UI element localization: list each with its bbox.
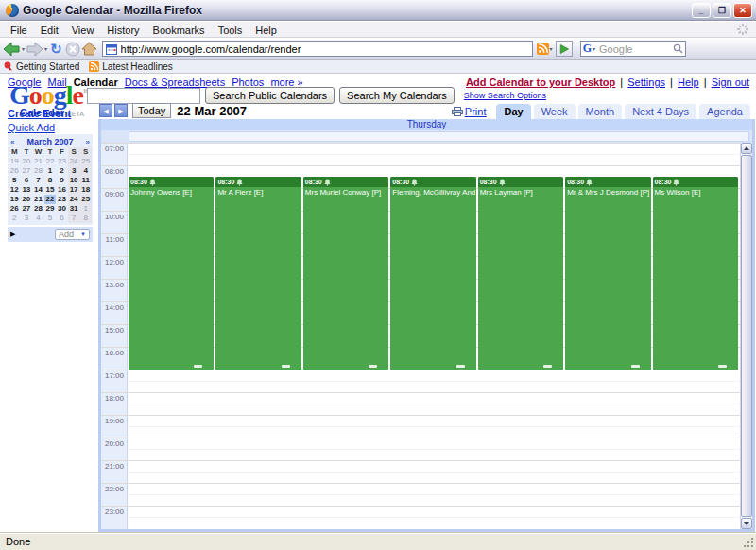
stop-button[interactable] <box>65 42 80 57</box>
mini-cal-day[interactable]: 6 <box>21 176 33 185</box>
event-block[interactable]: 08:30Mr A Fierz [E] <box>215 177 301 370</box>
create-event-link[interactable]: Create Event <box>8 108 71 119</box>
mini-cal-day[interactable]: 27 <box>21 204 33 214</box>
mini-cal-day[interactable]: 12 <box>9 185 21 195</box>
event-resize-handle[interactable] <box>194 365 202 368</box>
mini-cal-day[interactable]: 28 <box>32 166 44 176</box>
event-resize-handle[interactable] <box>282 365 290 368</box>
event-resize-handle[interactable] <box>369 365 377 368</box>
account-link-sign-out[interactable]: Sign out <box>712 77 749 88</box>
mini-cal-day[interactable]: 24 <box>68 157 80 166</box>
scroll-up-icon[interactable] <box>741 143 752 154</box>
quick-add-link[interactable]: Quick Add <box>8 122 55 133</box>
back-button[interactable]: ▾ <box>3 42 25 57</box>
search-public-calendars-button[interactable]: Search Public Calendars <box>205 87 335 104</box>
mini-cal-day[interactable]: 24 <box>68 195 80 204</box>
grid-scrollbar[interactable] <box>740 143 752 529</box>
mini-cal-day[interactable]: 14 <box>32 185 44 195</box>
mini-cal-day[interactable]: 26 <box>9 204 21 214</box>
magnifier-icon[interactable] <box>673 43 683 54</box>
mini-cal-day[interactable]: 16 <box>56 185 68 195</box>
go-button[interactable] <box>556 41 573 57</box>
mini-cal-day[interactable]: 23 <box>56 157 68 166</box>
all-day-row[interactable] <box>101 130 752 143</box>
event-resize-handle[interactable] <box>718 365 727 368</box>
prev-day-button[interactable]: ◀ <box>99 104 112 117</box>
tab-next-4-days[interactable]: Next 4 Days <box>625 104 696 120</box>
mini-cal-day[interactable]: 18 <box>79 185 92 195</box>
print-link[interactable]: Print <box>452 106 487 119</box>
mini-cal-day[interactable]: 8 <box>44 176 57 185</box>
calendar-search-input[interactable] <box>87 88 200 104</box>
mini-cal-day[interactable]: 1 <box>44 166 57 176</box>
mini-cal-day[interactable]: 7 <box>32 176 44 185</box>
mini-cal-day[interactable]: 3 <box>68 166 80 176</box>
mini-cal-day[interactable]: 4 <box>32 214 44 223</box>
mini-cal-day[interactable]: 19 <box>9 157 21 166</box>
add-calendar-button[interactable]: Add ▼ <box>55 229 90 240</box>
mini-cal-day[interactable]: 5 <box>44 214 57 223</box>
mini-cal-day[interactable]: 2 <box>56 166 68 176</box>
mini-cal-day[interactable]: 1 <box>79 204 92 214</box>
event-resize-handle[interactable] <box>456 365 465 368</box>
url-bar[interactable]: http://www.google.com/calendar/render <box>102 41 533 57</box>
mini-cal-day[interactable]: 11 <box>79 176 92 185</box>
minimize-button[interactable]: _ <box>692 3 711 18</box>
menu-tools[interactable]: Tools <box>212 24 249 37</box>
mini-cal-day[interactable]: 31 <box>68 204 80 214</box>
mini-cal-day[interactable]: 8 <box>79 214 92 223</box>
mini-cal-day-selected[interactable]: 22 <box>44 195 57 204</box>
add-dropdown-icon[interactable]: ▼ <box>77 232 86 237</box>
event-resize-handle[interactable] <box>543 365 552 368</box>
mini-cal-day[interactable]: 3 <box>21 214 33 223</box>
bookmark-latest-headlines[interactable]: Latest Headlines <box>89 61 173 72</box>
event-resize-handle[interactable] <box>631 365 640 368</box>
mini-cal-day[interactable]: 21 <box>32 195 44 204</box>
rss-feed-button[interactable]: ▾ <box>537 43 553 55</box>
mini-cal-day[interactable]: 9 <box>56 176 68 185</box>
account-link-help[interactable]: Help <box>678 77 699 88</box>
mini-cal-day[interactable]: 25 <box>79 195 92 204</box>
mini-cal-day[interactable]: 23 <box>56 195 68 204</box>
menu-help[interactable]: Help <box>249 24 284 37</box>
search-my-calendars-button[interactable]: Search My Calendars <box>339 87 455 104</box>
scroll-down-icon[interactable] <box>741 518 752 529</box>
mini-cal-day[interactable]: 20 <box>21 157 33 166</box>
event-block[interactable]: 08:30Mr & Mrs J Desmond [P] <box>565 177 650 370</box>
home-button[interactable] <box>81 42 97 56</box>
mini-cal-day[interactable]: 5 <box>9 176 21 185</box>
mini-cal-day[interactable]: 10 <box>68 176 80 185</box>
mini-cal-day[interactable]: 27 <box>21 166 33 176</box>
mini-cal-day[interactable]: 7 <box>68 214 80 223</box>
mini-cal-day[interactable]: 19 <box>9 195 21 204</box>
event-block[interactable]: 08:30Ms Wilson [E] <box>653 177 738 370</box>
mini-cal-day[interactable]: 6 <box>56 214 68 223</box>
mini-cal-day[interactable]: 25 <box>79 157 92 166</box>
resize-grip[interactable] <box>743 537 754 548</box>
menu-edit[interactable]: Edit <box>34 24 65 37</box>
account-link-settings[interactable]: Settings <box>627 77 665 88</box>
engine-dropdown-icon[interactable]: ▾ <box>593 45 595 52</box>
expander-icon[interactable]: ▶ <box>10 231 15 238</box>
mini-cal-day[interactable]: 30 <box>56 204 68 214</box>
reload-button[interactable]: ↻ <box>48 41 64 58</box>
menu-bookmarks[interactable]: Bookmarks <box>146 24 212 37</box>
mini-cal-day[interactable]: 15 <box>44 185 57 195</box>
today-button[interactable]: Today <box>132 103 171 118</box>
menu-file[interactable]: File <box>4 24 34 37</box>
menu-view[interactable]: View <box>65 24 101 37</box>
mini-cal-day[interactable]: 22 <box>44 157 57 166</box>
close-button[interactable]: ✕ <box>733 3 752 18</box>
time-grid[interactable]: 07:0008:0009:0010:0011:0012:0013:0014:00… <box>101 143 752 529</box>
tab-week[interactable]: Week <box>534 104 576 120</box>
mini-cal-next-icon[interactable]: » <box>86 138 90 146</box>
menu-history[interactable]: History <box>100 24 146 37</box>
next-day-button[interactable]: ▶ <box>114 104 128 117</box>
mini-cal-day[interactable]: 29 <box>44 204 57 214</box>
show-search-options-link[interactable]: Show Search Options <box>464 91 546 100</box>
event-block[interactable]: 08:30Mrs Layman [P] <box>478 177 563 370</box>
mini-cal-day[interactable]: 26 <box>9 166 21 176</box>
tab-agenda[interactable]: Agenda <box>699 104 750 120</box>
mini-cal-day[interactable]: 17 <box>68 185 80 195</box>
tab-month[interactable]: Month <box>578 104 623 120</box>
